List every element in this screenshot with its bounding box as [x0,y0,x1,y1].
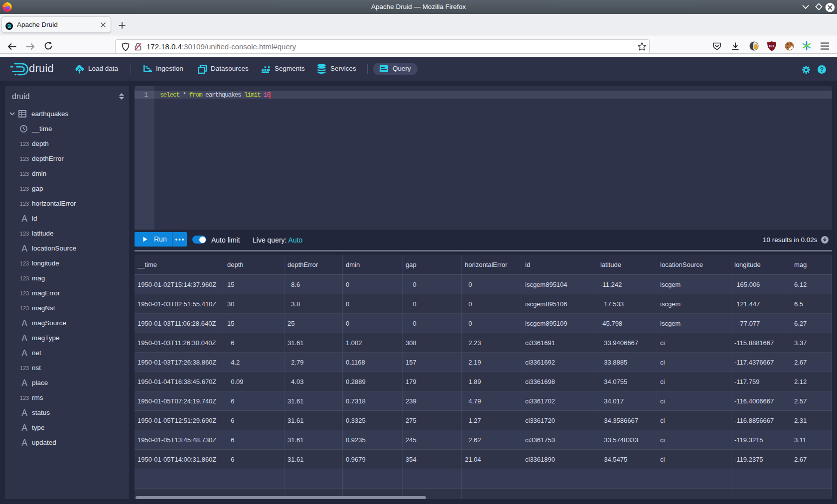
svg-text:uO: uO [769,44,775,48]
svg-text:?: ? [820,66,824,73]
